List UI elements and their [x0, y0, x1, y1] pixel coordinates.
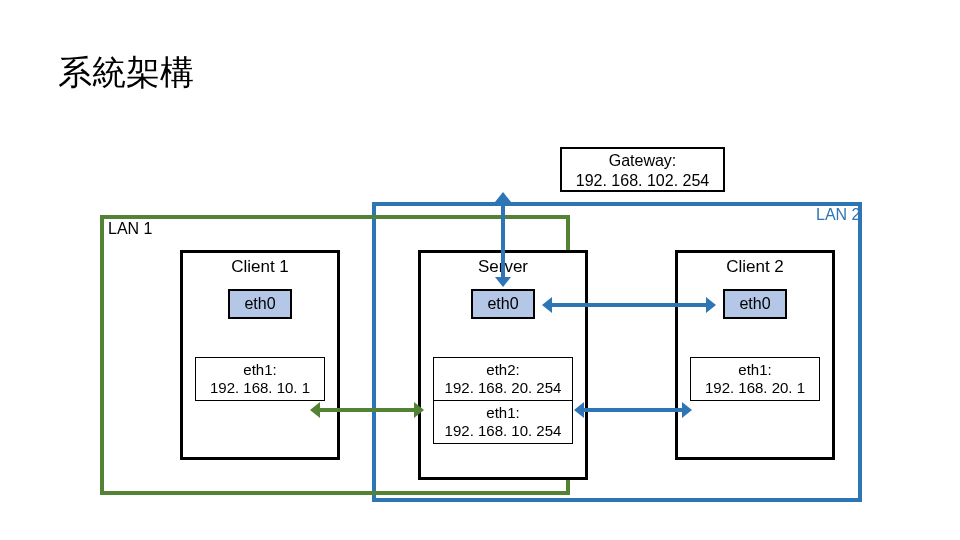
gateway-ip: 192. 168. 102. 254	[562, 171, 723, 191]
client2-eth1-name: eth1:	[693, 361, 817, 379]
client2-eth0: eth0	[723, 289, 786, 319]
client2-eth1-ip: 192. 168. 20. 1	[693, 379, 817, 397]
server-eth2: eth2: 192. 168. 20. 254	[433, 357, 573, 401]
client1-box: Client 1 eth0 eth1: 192. 168. 10. 1	[180, 250, 340, 460]
lan2-label: LAN 2	[816, 206, 860, 224]
client1-eth1-ip: 192. 168. 10. 1	[198, 379, 322, 397]
server-eth2-name: eth2:	[436, 361, 570, 379]
client1-eth1: eth1: 192. 168. 10. 1	[195, 357, 325, 401]
server-box: Server eth0 eth2: 192. 168. 20. 254 eth1…	[418, 250, 588, 480]
client1-title: Client 1	[183, 257, 337, 277]
server-eth2-ip: 192. 168. 20. 254	[436, 379, 570, 397]
client1-eth1-name: eth1:	[198, 361, 322, 379]
server-eth0: eth0	[471, 289, 534, 319]
server-title: Server	[421, 257, 585, 277]
client2-eth1: eth1: 192. 168. 20. 1	[690, 357, 820, 401]
gateway-box: Gateway: 192. 168. 102. 254	[560, 147, 725, 192]
server-eth1: eth1: 192. 168. 10. 254	[433, 400, 573, 444]
lan1-label: LAN 1	[108, 220, 152, 238]
gateway-label: Gateway:	[562, 151, 723, 171]
client2-box: Client 2 eth0 eth1: 192. 168. 20. 1	[675, 250, 835, 460]
server-eth1-ip: 192. 168. 10. 254	[436, 422, 570, 440]
client2-title: Client 2	[678, 257, 832, 277]
client1-eth0: eth0	[228, 289, 291, 319]
server-eth1-name: eth1:	[436, 404, 570, 422]
slide-title: 系統架構	[58, 50, 194, 96]
